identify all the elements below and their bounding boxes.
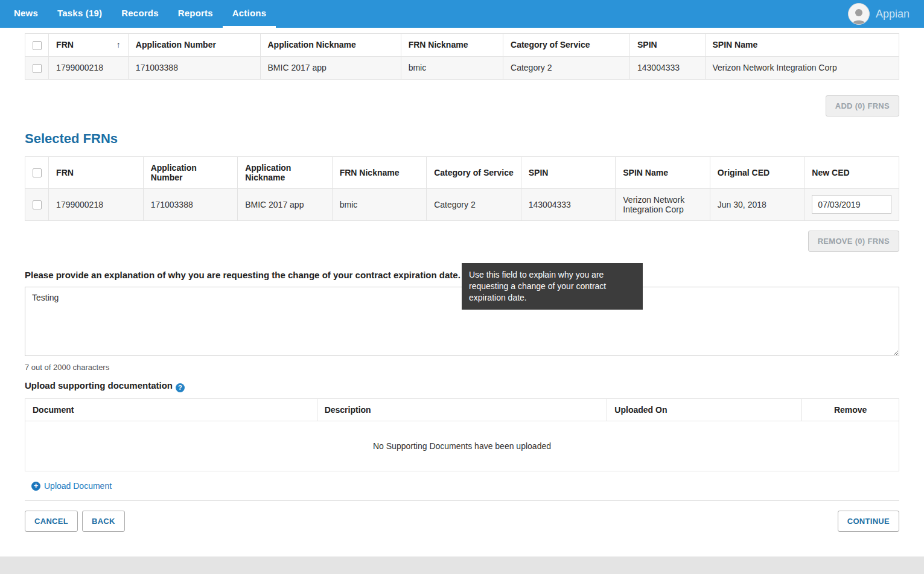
selected-header-row: FRN Application Number Application Nickn… <box>25 156 899 188</box>
nav-spacer <box>276 0 848 28</box>
back-button[interactable]: BACK <box>82 511 125 532</box>
help-tooltip: Use this field to explain why you are re… <box>462 263 643 310</box>
select-all-checkbox[interactable] <box>33 41 42 50</box>
col-spin-name: SPIN Name <box>705 34 899 57</box>
cell-application-number: 171003388 <box>143 188 238 220</box>
top-nav: News Tasks (19) Records Reports Actions … <box>0 0 924 28</box>
row-checkbox-cell <box>25 56 49 79</box>
documents-table: Document Description Uploaded On Remove … <box>25 398 899 471</box>
results-header-row: FRN↑ Application Number Application Nick… <box>25 34 899 57</box>
col-application-nickname: Application Nickname <box>238 156 333 188</box>
select-all-cell <box>25 34 49 57</box>
table-row: 1799000218 171003388 BMIC 2017 app bmic … <box>25 56 899 79</box>
nav-item-reports[interactable]: Reports <box>168 0 223 28</box>
col-spin: SPIN <box>629 34 705 57</box>
col-application-number: Application Number <box>128 34 260 57</box>
upload-document-link[interactable]: + Upload Document <box>31 481 112 491</box>
plus-icon: + <box>31 482 40 491</box>
explanation-label-text: Please provide an explanation of why you… <box>25 270 460 280</box>
nav-item-actions[interactable]: Actions <box>223 0 276 28</box>
cell-spin: 143004333 <box>521 188 616 220</box>
sort-ascending-icon[interactable]: ↑ <box>116 40 121 49</box>
cell-category-of-service: Category 2 <box>427 188 521 220</box>
character-counter: 7 out of 2000 characters <box>25 363 899 372</box>
col-frn[interactable]: FRN↑ <box>49 34 129 57</box>
documents-empty-row: No Supporting Documents have been upload… <box>25 421 899 471</box>
person-icon <box>850 6 868 24</box>
col-category-of-service: Category of Service <box>427 156 521 188</box>
cell-spin-name: Verizon Network Integration Corp <box>705 56 899 79</box>
col-frn-nickname: FRN Nickname <box>401 34 503 57</box>
cell-spin: 143004333 <box>629 56 705 79</box>
continue-button[interactable]: CONTINUE <box>838 511 899 532</box>
upload-documentation-label-text: Upload supporting documentation <box>25 380 173 391</box>
selected-frns-heading: Selected FRNs <box>25 131 899 147</box>
col-remove: Remove <box>802 398 899 421</box>
cell-application-number: 171003388 <box>128 56 260 79</box>
cell-frn: 1799000218 <box>49 56 129 79</box>
row-checkbox[interactable] <box>33 64 42 73</box>
col-category-of-service: Category of Service <box>503 34 630 57</box>
col-uploaded-on: Uploaded On <box>607 398 802 421</box>
footer-button-bar: CANCEL BACK CONTINUE <box>25 511 899 532</box>
nav-item-news[interactable]: News <box>4 0 48 28</box>
row-checkbox-cell <box>25 188 49 220</box>
help-icon[interactable]: ? <box>176 383 185 392</box>
col-frn: FRN <box>49 156 144 188</box>
cell-frn-nickname: bmic <box>332 188 427 220</box>
frn-results-table: FRN↑ Application Number Application Nick… <box>25 33 899 80</box>
col-description: Description <box>317 398 607 421</box>
col-frn-nickname: FRN Nickname <box>332 156 427 188</box>
col-spin: SPIN <box>521 156 616 188</box>
upload-document-label: Upload Document <box>44 481 112 491</box>
upload-document-row: + Upload Document <box>25 471 899 502</box>
selected-frns-table: FRN Application Number Application Nickn… <box>25 156 899 221</box>
add-frns-button: ADD (0) FRNS <box>826 95 899 116</box>
col-document: Document <box>25 398 317 421</box>
cell-application-nickname: BMIC 2017 app <box>238 188 333 220</box>
nav-item-records[interactable]: Records <box>112 0 168 28</box>
selected-select-all-cell <box>25 156 49 188</box>
upload-documentation-label: Upload supporting documentation? <box>25 380 899 392</box>
cell-spin-name: Verizon Network Integration Corp <box>616 188 710 220</box>
col-original-ced: Original CED <box>710 156 805 188</box>
col-frn-label: FRN <box>56 40 74 49</box>
cell-frn-nickname: bmic <box>401 56 503 79</box>
documents-empty-message: No Supporting Documents have been upload… <box>25 421 899 471</box>
documents-header-row: Document Description Uploaded On Remove <box>25 398 899 421</box>
appian-logo: Appian <box>876 8 910 21</box>
page: News Tasks (19) Records Reports Actions … <box>0 0 924 574</box>
cell-frn: 1799000218 <box>49 188 144 220</box>
col-application-number: Application Number <box>143 156 238 188</box>
cell-new-ced <box>805 188 899 220</box>
row-checkbox[interactable] <box>33 200 42 209</box>
user-avatar[interactable] <box>848 3 870 25</box>
selected-select-all-checkbox[interactable] <box>33 168 42 177</box>
col-spin-name: SPIN Name <box>616 156 710 188</box>
col-application-nickname: Application Nickname <box>260 34 401 57</box>
cell-category-of-service: Category 2 <box>503 56 630 79</box>
cancel-button[interactable]: CANCEL <box>25 511 78 532</box>
cell-application-nickname: BMIC 2017 app <box>260 56 401 79</box>
remove-frns-button: REMOVE (0) FRNS <box>808 231 899 252</box>
table-row: 1799000218 171003388 BMIC 2017 app bmic … <box>25 188 899 220</box>
nav-item-tasks[interactable]: Tasks (19) <box>48 0 112 28</box>
cell-original-ced: Jun 30, 2018 <box>710 188 805 220</box>
col-new-ced: New CED <box>805 156 899 188</box>
new-ced-input[interactable] <box>812 195 891 214</box>
